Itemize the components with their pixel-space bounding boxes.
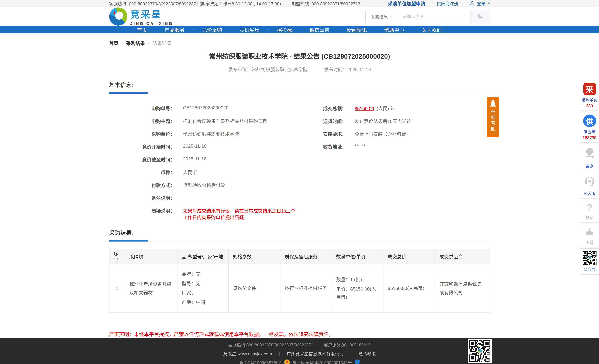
search-category-select[interactable]: 采购结果 ∨ <box>365 10 398 23</box>
cell-spec: 见询价文件 <box>228 264 280 312</box>
cai-icon: 采 <box>583 83 596 95</box>
sidebar-item-download[interactable]: 下载 <box>580 224 599 248</box>
nav-item-bidding-purchase[interactable]: 竞价采购 <box>193 26 231 33</box>
field-value-end-time: 2025-11-18 <box>179 155 298 168</box>
col-spec: 规格参数 <box>228 249 280 264</box>
breadcrumb-current: 结果详情 <box>152 40 171 46</box>
field-value-purchase-unit: 常州纺织服装职业技术学院 <box>179 130 298 142</box>
login-button[interactable]: 登录 ∨ <box>470 0 490 6</box>
nav-item-news[interactable]: 新闻资讯 <box>338 26 375 33</box>
qty-line: 数量：1 (批) <box>336 275 379 284</box>
field-label: 安装要求： <box>298 130 351 142</box>
qr-center-logo <box>477 348 482 353</box>
unit-price-line: 单价：85150.00(人民币) <box>336 284 379 301</box>
field-label: 付款方式： <box>109 181 179 194</box>
site-footer: 客服热线:020-80922370/80922307/80922371 客户服务… <box>0 338 599 364</box>
page-title: 常州纺织服装职业技术学院 - 结果公告 (CB128072025000020) <box>109 51 490 61</box>
nav-item-bidding-hall[interactable]: 竞价展场 <box>231 26 268 33</box>
supplier-register-link[interactable]: 供应商注册 <box>437 0 458 6</box>
col-total: 成交总价 <box>383 249 435 264</box>
sidebar-label: 帮助 <box>581 214 598 220</box>
site-header: ✦ 竞采星 JING CAI XING 采购结果 ∨ <box>0 7 599 26</box>
total-amount-link[interactable]: 85150.00 <box>355 106 374 111</box>
search-input[interactable] <box>398 10 470 23</box>
logo-name: 竞采星 <box>130 7 173 21</box>
field-value-order-no: CB128072025000020 <box>179 104 298 117</box>
sidebar-item-wechat-official[interactable]: 公众号 <box>580 249 599 275</box>
field-label: 收货地址： <box>298 142 351 155</box>
search-icon <box>477 14 483 19</box>
search-button[interactable] <box>470 10 490 23</box>
col-qty-price: 数量单位/单价 <box>332 249 383 264</box>
nav-item-products[interactable]: 产品服务 <box>156 26 193 33</box>
sidebar-item-help[interactable]: ? 帮助 <box>580 200 599 223</box>
legal-statement: 严正声明：未经本平台授权，严禁以任何形式转载或使用本平台数据，一经发现，依法追究… <box>109 330 490 338</box>
footer-icp-link[interactable]: 粤ICP备19096887号-2 <box>239 359 282 364</box>
field-value-remark <box>179 194 298 206</box>
purchase-unit-join-link[interactable]: 采购单位加盟申请 <box>388 0 425 7</box>
sidebar-item-suppliers[interactable]: 供 供应商 168795 <box>580 112 599 142</box>
footer-hotline: 客服热线:020-80922370/80922307/80922371 <box>228 343 313 347</box>
purchase-result-section: 采购结果: 序号 采购项 品牌/型号/厂家/产地 规格参数 质保及售后服务 数量… <box>109 228 490 313</box>
headset-agent-icon <box>582 146 597 160</box>
nav-item-help-center[interactable]: 帮助中心 <box>375 26 413 33</box>
breadcrumb-home[interactable]: 首页 <box>109 40 118 46</box>
table-header-row: 序号 采购项 品牌/型号/厂家/产地 规格参数 质保及售后服务 数量单位/单价 … <box>109 249 490 264</box>
page: 客服热线: 020-80922370/80922307/80922371 (国家… <box>0 0 599 364</box>
qq-penguin-icon <box>489 99 497 107</box>
nav-item-home[interactable]: 首页 <box>128 26 156 33</box>
footer-qq: 客户服务QQ: 800180619 <box>324 343 371 347</box>
nav-item-tenders[interactable]: 招投标 <box>268 26 300 33</box>
field-value-install-req: 免费上门安装（含材料费） <box>351 130 490 142</box>
nav-item-about[interactable]: 关于我们 <box>413 26 450 33</box>
sidebar-item-ai-service[interactable]: AI AI客服 <box>580 172 599 199</box>
field-value-delivery-time: 发布竞价结果后10天内送达 <box>351 117 490 130</box>
cell-item: 标准化考场设备升级及相关器材 <box>125 264 177 312</box>
col-warranty: 质保及售后服务 <box>280 249 332 264</box>
cell-total: 85150.00(人民币) <box>383 264 435 312</box>
sidebar-label: 供应商 <box>581 129 598 135</box>
table-row: 1 标准化考场设备升级及相关器材 品牌：无 型号：无 厂家： 产地：中国 见询价… <box>109 264 490 312</box>
article-meta: 发布单位：常州纺织服装职业技术学院 发布时间：2025-11-19 <box>109 66 490 72</box>
logo-star-icon: ✦ <box>112 10 117 16</box>
field-value-currency: 人民币 <box>179 168 298 181</box>
sidebar-count: 168795 <box>581 135 598 140</box>
ssl-shield-icon: ✔ <box>355 359 360 364</box>
breadcrumb-results[interactable]: 采购结果 <box>126 40 145 46</box>
basic-info-fields: 申购单号： CB128072025000020 成交总额： 85150.00 (… <box>109 104 490 220</box>
cell-brand: 品牌：无 型号：无 厂家： 产地：中国 <box>177 264 228 312</box>
nav-item-integrity-notice[interactable]: 诚信公告 <box>300 26 338 33</box>
site-logo[interactable]: ✦ 竞采星 JING CAI XING <box>109 7 173 26</box>
svg-text:AI: AI <box>588 179 591 183</box>
origin-line: 产地：中国 <box>182 298 224 306</box>
chevron-down-icon: ∨ <box>487 1 490 5</box>
footer-site-link[interactable]: 竞采星 www.easyjcx.com <box>223 351 272 356</box>
field-value-payment: 货到验收合格后付款 <box>179 181 298 194</box>
sidebar-item-service[interactable]: 客服 <box>580 143 599 171</box>
user-icon <box>470 1 475 6</box>
field-label: 竞价截至时间： <box>109 155 179 168</box>
divider: | <box>350 351 352 356</box>
basic-info-heading: 基本信息: <box>109 80 490 89</box>
logo-subtitle: JING CAI XING <box>130 21 173 26</box>
divider: | <box>279 351 280 356</box>
online-service-tab[interactable]: 在线客服 <box>487 97 499 137</box>
floating-sidebar: 采 采购单位 389 供 供应商 168795 客服 AI <box>580 80 599 275</box>
field-label: 送货时间： <box>298 117 351 130</box>
field-value-start-time: 2025-11-10 <box>179 142 298 155</box>
field-label: 备注说明： <box>109 194 179 206</box>
sidebar-item-purchase-units[interactable]: 采 采购单位 389 <box>580 80 599 111</box>
cell-supplier: 江苏移动信息系统集成有限公司 <box>435 264 490 312</box>
field-label: 申购单号： <box>109 104 179 117</box>
field-value-ship-address: ****** <box>351 142 490 155</box>
gong-icon: 供 <box>583 115 596 127</box>
top-utility-bar: 客服热线: 020-80922370/80922307/80922371 (国家… <box>0 0 599 7</box>
footer-privacy-link[interactable]: 隐私政策 <box>358 351 376 356</box>
login-label: 登录 <box>477 0 486 6</box>
join-hotline: 加盟热线: 020-80922371/80922713 <box>291 0 360 6</box>
main-nav: 首页 产品服务 竞价采购 竞价展场 招投标 诚信公告 新闻资讯 帮助中心 关于我… <box>0 26 599 33</box>
sidebar-label: 采购单位 <box>581 97 598 103</box>
field-label: 成交总额： <box>298 104 351 117</box>
sidebar-label: AI客服 <box>581 190 598 196</box>
field-label: 竞价开始时间： <box>109 142 179 155</box>
